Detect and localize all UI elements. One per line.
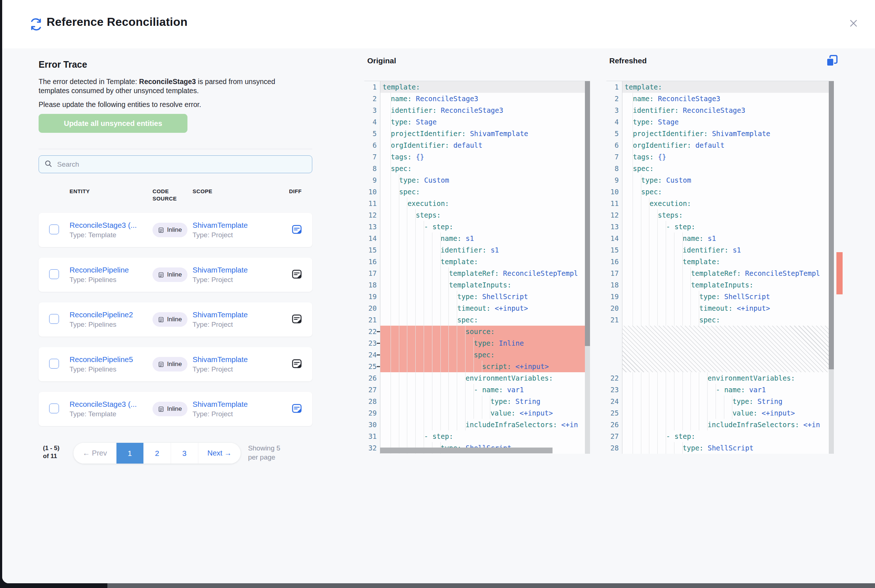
line-number: 5 [606, 128, 622, 140]
diff-note-icon [291, 410, 302, 415]
code-line: 22environmentVariables: [606, 372, 834, 384]
original-horizontal-scrollbar-thumb[interactable] [380, 447, 552, 453]
row-checkbox[interactable] [49, 225, 59, 234]
page-horizontal-scrollbar-thumb[interactable] [107, 583, 875, 588]
entity-link[interactable]: ReconcilePipeline [69, 266, 153, 274]
code-line: 7tags: {} [364, 151, 590, 163]
next-page-button[interactable]: Next → [198, 443, 241, 464]
line-number: 17 [606, 267, 622, 279]
code-line: 6orgIdentifier: default [606, 140, 834, 151]
code-source-label: Inline [167, 226, 182, 234]
line-number: 13 [606, 221, 622, 232]
line-number: 6 [606, 140, 622, 151]
code-line: 23type: Inline [364, 337, 590, 349]
code-line: 4type: Stage [606, 116, 834, 128]
code-line: 2name: ReconcileStage3 [364, 93, 590, 104]
line-number: 21 [364, 314, 380, 326]
refreshed-title: Refreshed [609, 56, 647, 65]
scope-link[interactable]: ShivamTemplate [192, 266, 289, 274]
line-number: 18 [606, 279, 622, 291]
line-number: 26 [364, 372, 380, 384]
scope-link[interactable]: ShivamTemplate [192, 355, 289, 364]
entity-type: Type: Pipelines [69, 321, 153, 328]
code-line: 10spec: [606, 186, 834, 198]
code-line: 11execution: [606, 198, 834, 209]
modal-content: Error Trace The error detected in Templa… [2, 48, 875, 583]
line-number: 28 [606, 442, 622, 454]
scope-link[interactable]: ShivamTemplate [192, 221, 289, 230]
diff-icon-button[interactable] [291, 403, 302, 414]
col-entity: ENTITY [69, 188, 153, 195]
scope-link[interactable]: ShivamTemplate [192, 310, 289, 319]
entity-link[interactable]: ReconcileStage3 (... [69, 400, 153, 409]
row-checkbox[interactable] [49, 359, 59, 369]
close-button[interactable] [846, 16, 861, 31]
line-number: 1 [606, 81, 622, 93]
scope-link[interactable]: ShivamTemplate [192, 400, 289, 409]
original-vertical-scrollbar-thumb[interactable] [585, 81, 590, 346]
copy-button[interactable] [824, 53, 840, 69]
row-checkbox[interactable] [49, 269, 59, 279]
refreshed-vertical-scrollbar[interactable] [829, 81, 834, 454]
page-button-3[interactable]: 3 [171, 443, 198, 464]
search-icon [44, 160, 53, 169]
diff-icon-button[interactable] [291, 358, 302, 369]
diff-icon-button[interactable] [291, 268, 302, 280]
code-line: 1template: [364, 81, 590, 93]
code-line: 21spec: [364, 314, 590, 326]
code-line: 25value: <+input> [606, 407, 834, 419]
code-line: 1template: [606, 81, 834, 93]
code-line: 5projectIdentifier: ShivamTemplate [606, 128, 834, 140]
row-checkbox[interactable] [49, 404, 59, 413]
pager: ← Prev 123 Next → [74, 443, 240, 464]
line-number: 21 [606, 314, 622, 326]
code-line: 25script: <+input> [364, 361, 590, 372]
line-number: 5 [364, 128, 380, 140]
code-line: 28type: ShellScript [606, 442, 834, 454]
code-line: 8spec: [606, 163, 834, 174]
code-source-label: Inline [167, 316, 182, 323]
code-line: 2name: ReconcileStage3 [606, 93, 834, 104]
original-panel: Original 1template:2name: ReconcileStage… [364, 48, 597, 510]
per-page-text: Showing 5 per page [248, 443, 289, 462]
line-number: 7 [606, 151, 622, 163]
refreshed-vertical-scrollbar-thumb[interactable] [829, 81, 834, 369]
page-button-2[interactable]: 2 [143, 443, 171, 464]
code-line: 31- step: [364, 430, 590, 442]
code-line: 16template: [364, 256, 590, 267]
entity-link[interactable]: ReconcilePipeline5 [69, 355, 153, 364]
scope-type: Type: Project [192, 321, 289, 328]
code-line: 17templateRef: ReconcileStepTempl [364, 267, 590, 279]
code-line: 19type: ShellScript [606, 291, 834, 302]
update-all-button[interactable]: Update all unsynced entities [39, 114, 188, 133]
code-line: 29value: <+input> [364, 407, 590, 419]
entity-link[interactable]: ReconcilePipeline2 [69, 310, 153, 319]
code-line: 22source: [364, 326, 590, 337]
diff-icon-button[interactable] [291, 224, 302, 235]
line-number: 9 [364, 174, 380, 186]
code-line: 12steps: [606, 209, 834, 221]
code-line: 27- step: [606, 430, 834, 442]
code-line: 10spec: [364, 186, 590, 198]
original-vertical-scrollbar[interactable] [585, 81, 590, 454]
entity-row: ReconcileStage3 (...Type: TemplateInline… [39, 213, 312, 247]
entity-type: Type: Pipelines [69, 276, 153, 284]
code-line: 20timeout: <+input> [606, 302, 834, 314]
inline-source-icon [158, 272, 164, 278]
code-line: 18templateInputs: [606, 279, 834, 291]
refreshed-code: 1template:2name: ReconcileStage33identif… [606, 81, 834, 454]
code-line: 26environmentVariables: [364, 372, 590, 384]
code-line: 26includeInfraSelectors: <+in [606, 419, 834, 430]
code-line: 9type: Custom [364, 174, 590, 186]
line-number: 22 [606, 372, 622, 384]
diff-change-marker [836, 252, 843, 294]
row-checkbox[interactable] [49, 314, 59, 324]
prev-page-button[interactable]: ← Prev [74, 443, 116, 464]
diff-icon-button[interactable] [291, 313, 302, 325]
search-input[interactable] [56, 160, 306, 169]
entity-link[interactable]: ReconcileStage3 (... [69, 221, 153, 230]
line-number: 19 [606, 291, 622, 302]
page-button-1[interactable]: 1 [116, 443, 143, 464]
line-number: 9 [606, 174, 622, 186]
code-line: 15identifier: s1 [364, 244, 590, 256]
